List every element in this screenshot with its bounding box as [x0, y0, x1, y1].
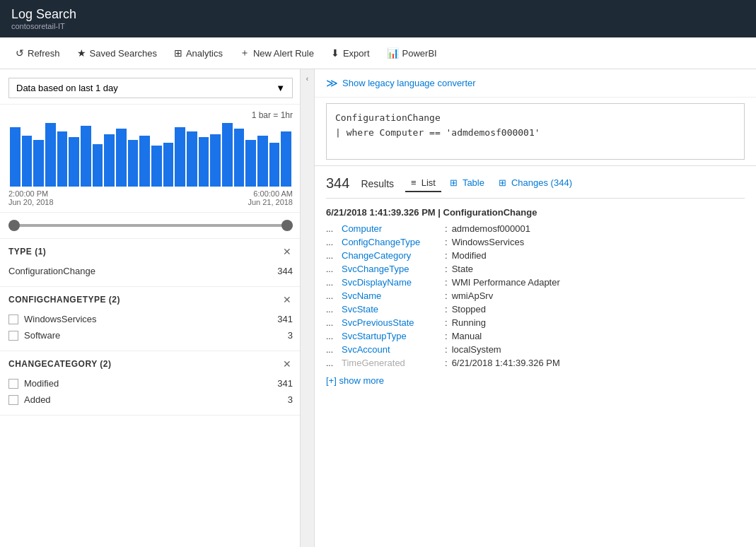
slider-thumb-right[interactable]: [281, 220, 293, 231]
chart-bar: [93, 144, 103, 187]
powerbi-button[interactable]: 📊 PowerBI: [380, 44, 444, 62]
filter-checkbox[interactable]: [8, 314, 18, 324]
field-name[interactable]: Computer: [342, 223, 441, 234]
show-more-link[interactable]: [+] show more: [326, 370, 745, 392]
chart-bar: [210, 134, 221, 187]
result-field: ...ConfigChangeType:WindowsServices: [326, 235, 745, 249]
toolbar: ↺ Refresh ★ Saved Searches ⊞ Analytics ＋…: [0, 37, 756, 69]
chart-bar: [22, 136, 33, 187]
field-ellipsis: ...: [326, 251, 340, 261]
main-container: Data based on last 1 day ▼ 1 bar = 1hr 2…: [0, 69, 756, 547]
filter-item: Software3: [8, 327, 293, 343]
right-panel: ≫ Show legacy language converter Configu…: [315, 69, 756, 547]
filter-checkbox[interactable]: [8, 331, 18, 341]
workspace-name: contosoretail-IT: [11, 22, 745, 30]
field-ellipsis: ...: [326, 331, 340, 341]
axis-left: 2:00:00 PMJun 20, 2018: [8, 189, 54, 206]
filter-item: WindowsServices341: [8, 311, 293, 327]
filter-item: Modified341: [8, 375, 293, 392]
chart-bar: [45, 123, 56, 187]
results-header: 344 Results ≡List⊞Table⊞Changes (344): [326, 175, 745, 199]
filter-close-button[interactable]: ✕: [281, 358, 293, 370]
filter-header: TYPE (1)✕: [8, 246, 293, 257]
filter-item-left: ConfigurationChange: [8, 266, 95, 276]
result-field: ...SvcAccount:localSystem: [326, 343, 745, 356]
app-title: Log Search: [11, 7, 745, 22]
field-name[interactable]: SvcStartupType: [342, 331, 441, 341]
query-editor[interactable]: ConfigurationChange | where Computer == …: [326, 103, 745, 160]
time-filter-section: Data based on last 1 day ▼: [0, 69, 314, 105]
field-ellipsis: ...: [326, 358, 340, 368]
filter-checkbox[interactable]: [8, 395, 18, 405]
chart-bar: [128, 140, 139, 187]
axis-right: 6:00:00 AMJun 21, 2018: [248, 189, 293, 206]
tab-table[interactable]: ⊞Table: [444, 175, 490, 192]
field-name[interactable]: SvcAccount: [342, 344, 441, 355]
bar-chart: [8, 123, 293, 187]
result-field: ...SvcDisplayName:WMI Performance Adapte…: [326, 276, 745, 289]
filter-close-button[interactable]: ✕: [281, 246, 293, 257]
field-ellipsis: ...: [326, 264, 340, 274]
result-fields: ...Computer:admdemosf000001...ConfigChan…: [326, 222, 745, 370]
filter-checkbox[interactable]: [8, 379, 18, 389]
result-field: ...ChangeCategory:Modified: [326, 249, 745, 262]
field-colon: :: [445, 344, 448, 355]
field-name[interactable]: SvcChangeType: [342, 264, 441, 274]
saved-searches-button[interactable]: ★ Saved Searches: [70, 44, 164, 62]
chart-section: 1 bar = 1hr 2:00:00 PMJun 20, 2018 6:00:…: [0, 105, 314, 213]
slider-track: [8, 224, 293, 227]
field-name[interactable]: SvcName: [342, 290, 441, 301]
slider-thumb-left[interactable]: [8, 220, 20, 231]
filter-item: ConfigurationChange344: [8, 263, 293, 279]
filter-close-button[interactable]: ✕: [281, 294, 293, 305]
chart-bar: [163, 143, 174, 187]
tab-changes-(344)[interactable]: ⊞Changes (344): [493, 175, 578, 192]
plus-icon: ＋: [240, 47, 250, 59]
field-colon: :: [445, 250, 448, 261]
field-name[interactable]: ChangeCategory: [342, 250, 441, 261]
chart-bar: [151, 146, 162, 187]
field-name[interactable]: ConfigChangeType: [342, 237, 441, 247]
header: Log Search contosoretail-IT: [0, 0, 756, 37]
results-tabs: ≡List⊞Table⊞Changes (344): [405, 175, 578, 192]
export-button[interactable]: ⬇ Export: [324, 44, 377, 62]
tab-list[interactable]: ≡List: [405, 175, 441, 192]
chart-bar: [281, 131, 291, 187]
filter-section: CHANGECATEGORY (2)✕Modified341Added3: [0, 351, 314, 416]
filter-item-left: WindowsServices: [8, 314, 97, 324]
new-alert-button[interactable]: ＋ New Alert Rule: [233, 43, 321, 63]
chart-bar: [139, 136, 150, 187]
filter-item-count: 341: [277, 378, 293, 389]
result-timestamp: 6/21/2018 1:41:39.326 PM | Configuration…: [326, 207, 745, 218]
filter-title: CONFIGCHANGETYPE (2): [8, 295, 120, 305]
field-name[interactable]: SvcState: [342, 304, 441, 314]
field-name[interactable]: SvcDisplayName: [342, 277, 441, 288]
filter-title: CHANGECATEGORY (2): [8, 359, 111, 369]
filter-item: Added3: [8, 392, 293, 408]
field-colon: :: [445, 331, 448, 341]
field-value: 6/21/2018 1:41:39.326 PM: [452, 358, 560, 368]
filter-item-left: Software: [8, 330, 60, 341]
chart-axis: 2:00:00 PMJun 20, 2018 6:00:00 AMJun 21,…: [8, 189, 293, 206]
result-field: ...SvcState:Stopped: [326, 302, 745, 316]
results-label: Results: [361, 178, 394, 189]
filter-item-name: Software: [24, 330, 60, 341]
filter-item-name: Modified: [24, 378, 59, 389]
filter-item-name: Added: [24, 394, 51, 405]
field-colon: :: [445, 304, 448, 314]
chart-bar: [222, 123, 233, 187]
field-ellipsis: ...: [326, 224, 340, 234]
field-value: WMI Performance Adapter: [452, 277, 560, 288]
analytics-button[interactable]: ⊞ Analytics: [167, 44, 230, 62]
chart-label: 1 bar = 1hr: [8, 110, 293, 120]
slider-section: [0, 213, 314, 239]
filter-item-count: 3: [288, 394, 293, 405]
field-ellipsis: ...: [326, 318, 340, 328]
chart-bar: [57, 131, 68, 187]
refresh-button[interactable]: ↺ Refresh: [8, 44, 67, 62]
legacy-converter-link[interactable]: ≫ Show legacy language converter: [326, 76, 745, 90]
collapse-panel-button[interactable]: ‹: [300, 69, 314, 547]
field-name[interactable]: SvcPreviousState: [342, 317, 441, 328]
time-dropdown[interactable]: Data based on last 1 day ▼: [8, 78, 293, 98]
field-colon: :: [445, 290, 448, 301]
